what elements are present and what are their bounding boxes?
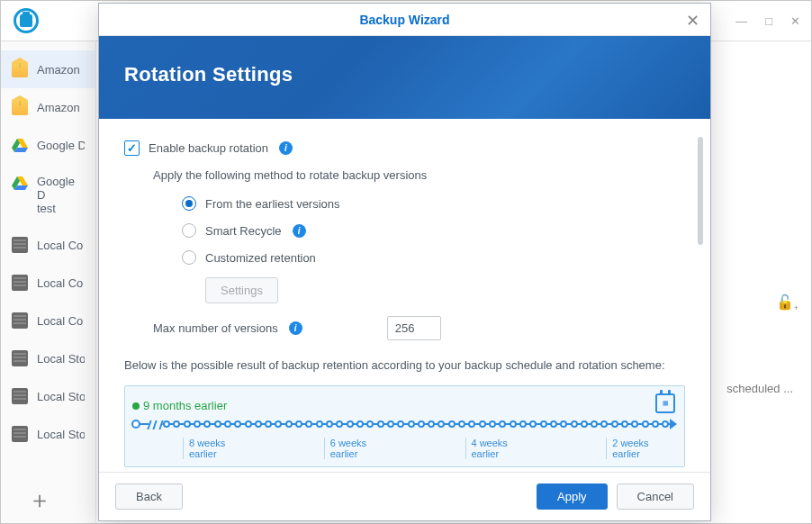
timeline-dot bbox=[499, 420, 506, 428]
sidebar-item-amazon-2[interactable]: Amazon bbox=[1, 88, 95, 126]
storage-icon bbox=[12, 350, 28, 366]
timeline-dot bbox=[438, 420, 445, 428]
timeline-dot bbox=[285, 420, 293, 428]
timeline-dot bbox=[458, 420, 465, 428]
timeline-dot bbox=[631, 420, 638, 428]
timeline-dot bbox=[519, 420, 527, 428]
info-icon[interactable]: i bbox=[293, 224, 306, 238]
sidebar-item-label: Google D bbox=[37, 139, 85, 152]
timeline-dot bbox=[428, 420, 435, 428]
timeline-dot bbox=[366, 420, 374, 428]
max-versions-label: Max number of versions bbox=[153, 321, 278, 335]
timeline-scale-item: 6 weeks earlier bbox=[324, 438, 393, 459]
sidebar-item-local-4[interactable]: Local Sto bbox=[1, 339, 95, 377]
timeline-scale-item: 8 weeks earlier bbox=[183, 438, 252, 459]
timeline-dot bbox=[550, 420, 557, 428]
modal-title: Backup Wizard bbox=[359, 13, 449, 27]
timeline-dot bbox=[510, 420, 517, 428]
sidebar-item-googledrive-1[interactable]: Google D bbox=[1, 126, 95, 164]
sidebar-item-label: Local Co bbox=[37, 314, 83, 328]
banner-heading: Rotation Settings bbox=[124, 63, 685, 86]
storage-icon bbox=[12, 275, 28, 291]
settings-button: Settings bbox=[205, 277, 278, 303]
radio-smart-label: Smart Recycle bbox=[205, 224, 282, 238]
timeline-scale-item: 4 weeks earlier bbox=[465, 438, 535, 459]
timeline-dot bbox=[529, 420, 537, 428]
add-button[interactable]: ＋ bbox=[28, 484, 51, 516]
radio-customized[interactable] bbox=[182, 250, 196, 265]
timeline-dot bbox=[265, 420, 272, 428]
minimize-icon[interactable]: — bbox=[735, 14, 747, 28]
sidebar-item-label: Local Sto bbox=[37, 390, 85, 403]
amazon-icon bbox=[12, 99, 28, 115]
max-versions-input[interactable] bbox=[387, 316, 441, 340]
back-button[interactable]: Back bbox=[115, 483, 183, 510]
sidebar-item-label: Local Sto bbox=[37, 352, 85, 366]
backup-wizard-modal: Backup Wizard ✕ Rotation Settings ✓ Enab… bbox=[98, 3, 711, 521]
sidebar-item-label: Amazon bbox=[37, 101, 80, 114]
info-icon[interactable]: i bbox=[279, 141, 293, 155]
enable-rotation-checkbox[interactable]: ✓ bbox=[124, 140, 140, 156]
modal-titlebar: Backup Wizard ✕ bbox=[99, 4, 710, 36]
modal-footer: Back Apply Cancel bbox=[99, 472, 710, 520]
timeline-dot bbox=[448, 420, 456, 428]
timeline-dot bbox=[600, 420, 608, 428]
timeline-dot bbox=[397, 420, 404, 428]
radio-customized-label: Customized retention bbox=[205, 251, 316, 265]
timeline-dot bbox=[581, 420, 588, 428]
timeline-dot bbox=[571, 420, 578, 428]
sidebar-item-local-2[interactable]: Local Co bbox=[1, 264, 95, 302]
timeline-dot bbox=[245, 420, 252, 428]
apply-button[interactable]: Apply bbox=[537, 483, 608, 510]
timeline-dot bbox=[418, 420, 425, 428]
radio-earliest[interactable] bbox=[182, 196, 196, 211]
sidebar-item-amazon-1[interactable]: Amazon bbox=[1, 50, 95, 88]
timeline-dot bbox=[214, 420, 221, 428]
timeline-dot bbox=[489, 420, 496, 428]
maximize-icon[interactable]: □ bbox=[765, 14, 772, 28]
timeline-dot bbox=[347, 420, 354, 428]
sidebar-item-local-3[interactable]: Local Co bbox=[1, 302, 95, 339]
timeline-dot bbox=[621, 420, 628, 428]
scheduled-text: scheduled ... bbox=[726, 382, 793, 395]
timeline-dot bbox=[255, 420, 262, 428]
storage-icon bbox=[12, 237, 28, 253]
timeline-dot bbox=[275, 420, 282, 428]
timeline-dot bbox=[611, 420, 618, 428]
timeline-dot bbox=[326, 420, 333, 428]
scrollbar[interactable] bbox=[698, 137, 703, 245]
timeline-dot bbox=[479, 420, 486, 428]
timeline-dot bbox=[642, 420, 649, 428]
timeline-dot bbox=[387, 420, 394, 428]
timeline-dot bbox=[194, 420, 201, 428]
sidebar-item-local-5[interactable]: Local Sto bbox=[1, 377, 95, 415]
sidebar-item-label: Local Co bbox=[37, 239, 83, 252]
sidebar-item-googledrive-2[interactable]: Google D test bbox=[1, 164, 95, 226]
modal-body: ✓ Enable backup rotation i Apply the fol… bbox=[99, 119, 710, 472]
timeline-dot bbox=[652, 420, 659, 428]
timeline-dot bbox=[316, 420, 323, 428]
timeline-dot bbox=[184, 420, 191, 428]
enable-rotation-label: Enable backup rotation bbox=[149, 141, 268, 155]
amazon-icon bbox=[12, 61, 28, 77]
radio-earliest-label: From the earliest versions bbox=[205, 197, 340, 211]
sidebar-item-local-6[interactable]: Local Sto bbox=[1, 415, 95, 453]
cancel-button[interactable]: Cancel bbox=[617, 483, 694, 510]
timeline-marker-label: 9 months earlier bbox=[143, 399, 675, 412]
apply-method-text: Apply the following method to rotate bac… bbox=[153, 168, 685, 182]
radio-smart-recycle[interactable] bbox=[182, 223, 196, 238]
modal-banner: Rotation Settings bbox=[99, 36, 710, 119]
lock-icon[interactable]: 🔓+ bbox=[776, 294, 798, 312]
timeline-track bbox=[134, 418, 675, 430]
sidebar-item-label: Local Sto bbox=[37, 428, 85, 441]
timeline-dot bbox=[377, 420, 384, 428]
google-drive-icon bbox=[12, 137, 28, 153]
storage-icon bbox=[12, 312, 28, 329]
timeline-scale-item: 2 weeks earlier bbox=[606, 438, 675, 459]
sidebar-item-local-1[interactable]: Local Co bbox=[1, 226, 95, 264]
retention-description: Below is the possible result of backup r… bbox=[124, 357, 685, 375]
close-icon[interactable]: ✕ bbox=[686, 11, 699, 31]
timeline-dot bbox=[305, 420, 312, 428]
info-icon[interactable]: i bbox=[289, 321, 302, 335]
close-window-icon[interactable]: ✕ bbox=[790, 14, 800, 28]
